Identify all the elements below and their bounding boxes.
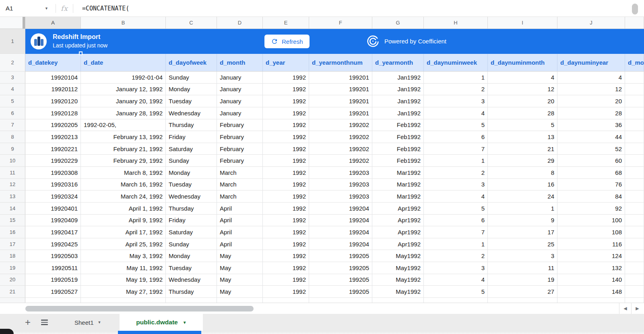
cell[interactable]: March (217, 191, 263, 203)
cell[interactable]: May 27, 1992 (81, 286, 166, 298)
cell[interactable]: 28 (557, 107, 625, 119)
horizontal-scrollbar-thumb[interactable] (25, 306, 254, 311)
cell[interactable]: February 29, 1992 (81, 155, 166, 167)
cell[interactable] (625, 72, 644, 84)
cell[interactable]: 60 (557, 155, 625, 167)
cell[interactable]: 19920401 (25, 203, 81, 215)
cell[interactable] (625, 262, 644, 274)
row-header-4[interactable]: 4 (0, 84, 25, 96)
cell[interactable]: January 20, 1992 (81, 95, 166, 107)
cell[interactable]: January (217, 95, 263, 107)
cell[interactable]: Saturday (166, 226, 217, 238)
cell[interactable]: 1992 (263, 238, 309, 250)
cell[interactable]: 25 (488, 238, 557, 250)
cell[interactable]: 19920511 (25, 262, 81, 274)
cell[interactable]: 1992 (263, 107, 309, 119)
cell[interactable]: 140 (557, 274, 625, 286)
field-header-d_datekey[interactable]: d_datekey (25, 54, 81, 72)
cell[interactable] (625, 238, 644, 250)
cell[interactable]: 1992 (263, 167, 309, 179)
cell[interactable]: 199201 (309, 107, 372, 119)
field-header-d_daynuminmonth[interactable]: d_daynuminmonth (488, 54, 557, 72)
cell[interactable]: 1 (424, 72, 488, 84)
cell[interactable]: Apr1992 (372, 203, 424, 215)
cell[interactable] (625, 226, 644, 238)
row-header-9[interactable]: 9 (0, 143, 25, 155)
cell[interactable]: Jan1992 (372, 95, 424, 107)
cell[interactable]: 1 (424, 155, 488, 167)
formula-input[interactable]: =CONCATENATE( (82, 5, 644, 12)
cell[interactable]: 1992-01-04 (81, 72, 166, 84)
cell[interactable] (625, 191, 644, 203)
row-header-21[interactable]: 21 (0, 286, 25, 298)
cell[interactable]: 199203 (309, 191, 372, 203)
cell[interactable]: Apr1992 (372, 238, 424, 250)
cell[interactable]: 199201 (309, 95, 372, 107)
cell[interactable]: 19920120 (25, 95, 81, 107)
row-header-11[interactable]: 11 (0, 167, 25, 179)
cell[interactable]: 1992 (263, 250, 309, 262)
column-header-J[interactable]: J (557, 17, 625, 29)
field-header-d_yearmonthnum[interactable]: d_yearmonthnum (309, 54, 372, 72)
column-header-F[interactable]: F (309, 17, 372, 29)
cell[interactable]: May 3, 1992 (81, 250, 166, 262)
cell[interactable] (625, 131, 644, 143)
cell[interactable]: 20 (557, 95, 625, 107)
cell[interactable]: 199204 (309, 203, 372, 215)
cell[interactable]: 76 (557, 179, 625, 191)
cell[interactable] (625, 215, 644, 227)
cell[interactable]: Apr1992 (372, 226, 424, 238)
field-header-d_date[interactable]: d_date (81, 54, 166, 72)
cell[interactable]: April 1, 1992 (81, 203, 166, 215)
cell[interactable] (625, 167, 644, 179)
cell[interactable]: Mar1992 (372, 167, 424, 179)
column-header-C[interactable]: C (166, 17, 217, 29)
cell[interactable]: 199204 (309, 238, 372, 250)
cell[interactable]: April 25, 1992 (81, 238, 166, 250)
cell[interactable]: 1992 (263, 226, 309, 238)
cell[interactable]: May 11, 1992 (81, 262, 166, 274)
cell[interactable]: May (217, 286, 263, 298)
cell[interactable]: February 13, 1992 (81, 131, 166, 143)
cell[interactable]: 7 (424, 226, 488, 238)
cell[interactable]: 199202 (309, 143, 372, 155)
cell[interactable]: 199205 (309, 274, 372, 286)
cell[interactable] (625, 95, 644, 107)
cell[interactable]: 4 (424, 107, 488, 119)
cell[interactable]: 4 (557, 72, 625, 84)
cell[interactable]: Sunday (166, 72, 217, 84)
cell[interactable]: February (217, 131, 263, 143)
cell[interactable]: 28 (488, 107, 557, 119)
cell[interactable]: 19920104 (25, 72, 81, 84)
cell[interactable]: 3 (424, 95, 488, 107)
cell[interactable]: 13 (488, 131, 557, 143)
cell[interactable]: 19920503 (25, 250, 81, 262)
cell[interactable]: 108 (557, 226, 625, 238)
column-header-E[interactable]: E (263, 17, 309, 29)
cell[interactable]: 44 (557, 131, 625, 143)
cell[interactable]: 24 (488, 191, 557, 203)
cell[interactable]: 4 (424, 191, 488, 203)
cell[interactable]: 1992 (263, 179, 309, 191)
cell[interactable]: 4 (424, 274, 488, 286)
cell[interactable]: 12 (557, 84, 625, 96)
cell[interactable]: 19920417 (25, 226, 81, 238)
cell[interactable]: 1992 (263, 131, 309, 143)
cell[interactable]: Jan1992 (372, 72, 424, 84)
cell[interactable] (625, 155, 644, 167)
cell[interactable]: 19920128 (25, 107, 81, 119)
cell[interactable]: 1992 (263, 262, 309, 274)
field-header-d_dayofweek[interactable]: d_dayofweek (166, 54, 217, 72)
cell[interactable]: 1992 (263, 215, 309, 227)
cell[interactable]: February (217, 155, 263, 167)
cell[interactable]: 5 (424, 119, 488, 131)
cell[interactable]: March 8, 1992 (81, 167, 166, 179)
cell[interactable]: 52 (557, 143, 625, 155)
row-header-15[interactable]: 15 (0, 215, 25, 227)
column-header-B[interactable]: B (81, 17, 166, 29)
tab-sheet1-caret-icon[interactable]: ▼ (98, 320, 101, 324)
cell[interactable]: 199203 (309, 167, 372, 179)
cell[interactable]: 19920316 (25, 179, 81, 191)
cell[interactable]: Tuesday (166, 95, 217, 107)
cell[interactable]: 3 (488, 250, 557, 262)
